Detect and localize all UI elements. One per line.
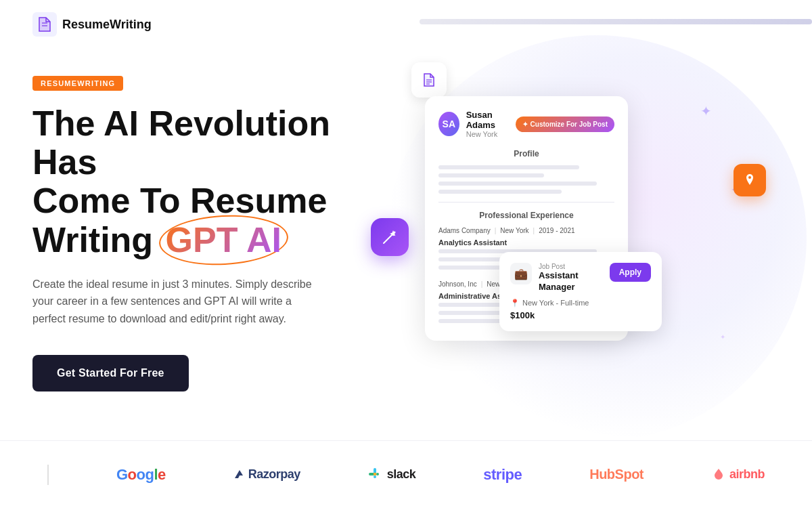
job-salary: $100k xyxy=(510,310,651,320)
profile-line-2 xyxy=(438,173,544,177)
job-location: 📍 New York - Full-time xyxy=(510,299,651,308)
job-post-card: 💼 Job Post Assistant Manager Apply 📍 New… xyxy=(499,252,662,331)
hero-description: Create the ideal resume in just 3 minute… xyxy=(32,276,317,328)
exp1-company: Adams Company xyxy=(438,227,491,234)
job-location-text: New York - Full-time xyxy=(522,299,589,307)
exp1-years: 2019 - 2021 xyxy=(539,227,574,234)
brand-hubspot: HubSpot xyxy=(589,467,644,482)
brand-slack: slack xyxy=(368,467,416,482)
user-details: Susan Adams New York xyxy=(466,110,516,138)
profile-line-1 xyxy=(438,165,579,169)
user-name: Susan Adams xyxy=(466,110,516,130)
location-dot-icon: 📍 xyxy=(510,299,520,308)
brand-stripe: stripe xyxy=(483,466,522,484)
svg-rect-10 xyxy=(374,475,376,478)
job-tag: Job Post xyxy=(539,263,603,270)
job-card-header: 💼 Job Post Assistant Manager Apply xyxy=(510,263,651,293)
slack-icon xyxy=(368,467,383,482)
avatar: SA xyxy=(438,112,459,136)
logo-text: ResumeWriting xyxy=(62,18,152,32)
sparkle-icon-1: ✦ xyxy=(700,103,712,119)
svg-point-7 xyxy=(386,240,387,241)
exp2-company: Johnson, Inc xyxy=(438,280,477,288)
magic-wand-button[interactable] xyxy=(371,218,409,256)
customize-icon: ✦ xyxy=(522,121,528,128)
svg-point-8 xyxy=(748,176,751,179)
hero-title: The AI Revolution HasCome To ResumeWriti… xyxy=(32,104,371,259)
brand-airbnb: airbnb xyxy=(711,467,765,482)
brands-bar: Google Razorpay slack stripe HubSpot air… xyxy=(0,440,812,508)
brand-divider-0 xyxy=(47,465,49,485)
gpt-wrap: GPT AI xyxy=(166,221,281,259)
gpt-label: GPT AI xyxy=(166,220,281,259)
customize-job-post-button[interactable]: ✦ Customize For Job Post xyxy=(516,117,614,132)
wand-icon xyxy=(381,228,399,246)
section-divider-1 xyxy=(438,202,614,203)
get-started-button[interactable]: Get Started For Free xyxy=(32,355,189,391)
hero-left: RESUMEWRITING The AI Revolution HasCome … xyxy=(32,62,371,391)
brand-google: Google xyxy=(116,466,166,484)
razorpay-icon xyxy=(233,469,246,481)
location-icon xyxy=(742,173,757,188)
exp1-header: Adams Company | New York | 2019 - 2021 xyxy=(438,227,614,234)
brand-razorpay: Razorpay xyxy=(233,467,300,482)
navbar: ResumeWriting xyxy=(0,0,812,49)
user-location: New York xyxy=(466,130,516,138)
airbnb-icon xyxy=(711,467,726,482)
logo-icon xyxy=(32,12,57,37)
customize-label: Customize For Job Post xyxy=(531,121,608,128)
logo[interactable]: ResumeWriting xyxy=(32,12,152,37)
resume-card-header: SA Susan Adams New York ✦ Customize For … xyxy=(438,110,614,138)
exp1-location: New York xyxy=(500,227,528,234)
nav-decoration xyxy=(420,19,812,24)
sparkle-icon-3: ✦ xyxy=(720,333,725,341)
apply-button[interactable]: Apply xyxy=(610,263,651,282)
briefcase-icon: 💼 xyxy=(510,263,532,284)
hero-section: RESUMEWRITING The AI Revolution HasCome … xyxy=(0,49,812,455)
profile-line-3 xyxy=(438,182,597,186)
svg-rect-12 xyxy=(376,473,379,475)
exp-section-title: Professional Experience xyxy=(438,211,614,220)
location-pin-button xyxy=(734,164,766,196)
hero-badge: RESUMEWRITING xyxy=(32,76,123,91)
job-info: Job Post Assistant Manager xyxy=(539,263,603,293)
svg-rect-13 xyxy=(374,473,376,475)
document-icon xyxy=(420,71,438,89)
profile-section-title: Profile xyxy=(438,149,614,158)
job-title: Assistant Manager xyxy=(539,270,603,293)
user-info: SA Susan Adams New York xyxy=(438,110,516,138)
hero-right: ✦ ✦ ✦ xyxy=(371,62,780,455)
svg-point-6 xyxy=(394,232,396,234)
profile-line-4 xyxy=(438,190,562,194)
document-icon-card xyxy=(411,62,447,98)
exp1-role: Analytics Assistant xyxy=(438,238,614,247)
